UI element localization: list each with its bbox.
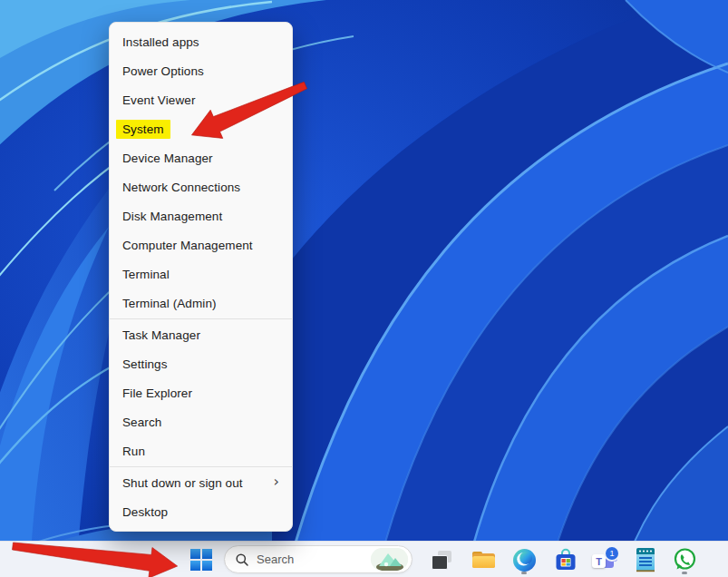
menu-item-installed-apps[interactable]: Installed apps [110, 27, 292, 56]
menu-item-label: Disk Management [122, 210, 222, 223]
task-view-button[interactable] [425, 544, 458, 575]
start-button[interactable] [185, 544, 218, 575]
edge-button[interactable] [508, 544, 540, 575]
edge-icon [512, 548, 537, 572]
menu-item-disk-management[interactable]: Disk Management [110, 201, 292, 230]
menu-separator [110, 318, 292, 319]
file-explorer-icon [471, 550, 496, 570]
menu-item-desktop[interactable]: Desktop [110, 497, 292, 526]
menu-item-file-explorer[interactable]: File Explorer [110, 378, 292, 407]
menu-item-label: Search [122, 416, 161, 429]
menu-item-label: Run [122, 445, 145, 458]
microsoft-store-icon [554, 548, 578, 572]
menu-item-network-connections[interactable]: Network Connections [110, 172, 292, 201]
search-placeholder: Search [257, 553, 294, 566]
menu-item-run[interactable]: Run [110, 436, 292, 465]
whatsapp-icon [672, 547, 697, 572]
menu-item-search[interactable]: Search [110, 407, 292, 436]
file-explorer-button[interactable] [467, 544, 500, 575]
menu-item-label: Network Connections [122, 181, 240, 194]
menu-item-computer-management[interactable]: Computer Management [110, 230, 292, 259]
menu-item-event-viewer[interactable]: Event Viewer [110, 85, 292, 114]
menu-item-shut-down-or-sign-out[interactable]: Shut down or sign out › [110, 468, 292, 497]
winx-menu: Installed apps Power Options Event Viewe… [109, 22, 293, 532]
menu-item-label: File Explorer [122, 386, 192, 400]
microsoft-store-button[interactable] [549, 544, 582, 575]
search-icon [235, 553, 249, 567]
notepad-button[interactable] [629, 544, 662, 575]
menu-item-power-options[interactable]: Power Options [110, 56, 292, 85]
menu-item-label: Event Viewer [122, 93, 196, 107]
menu-item-system[interactable]: System [110, 114, 292, 143]
whatsapp-button[interactable] [668, 544, 701, 575]
teams-icon: T 1 [591, 547, 620, 572]
menu-item-terminal-admin[interactable]: Terminal (Admin) [110, 288, 292, 318]
taskbar: Search [0, 541, 728, 577]
windows-desktop: Installed apps Power Options Event Viewe… [0, 0, 728, 577]
menu-item-label: Installed apps [122, 35, 199, 49]
menu-item-task-manager[interactable]: Task Manager [110, 320, 292, 349]
menu-item-label: Computer Management [122, 239, 253, 252]
menu-item-label: Terminal [122, 268, 170, 281]
chevron-right-icon: › [274, 474, 279, 489]
windows-logo-icon [190, 549, 212, 571]
task-view-icon [430, 549, 453, 571]
menu-item-label: Desktop [122, 505, 168, 519]
menu-item-label: Power Options [122, 64, 204, 78]
taskbar-search-box[interactable]: Search [224, 545, 413, 573]
bing-daily-image-icon [371, 548, 408, 571]
menu-item-device-manager[interactable]: Device Manager [110, 143, 292, 172]
menu-item-label: Shut down or sign out [122, 476, 243, 490]
menu-item-label: Settings [122, 357, 168, 371]
menu-item-label: Terminal (Admin) [122, 297, 217, 310]
teams-button[interactable]: T 1 [589, 544, 622, 575]
menu-item-label: Task Manager [122, 328, 200, 342]
running-indicator [521, 572, 527, 574]
menu-item-terminal[interactable]: Terminal [110, 259, 292, 288]
menu-item-label: Device Manager [122, 152, 213, 165]
teams-notification-badge: 1 [604, 545, 620, 562]
menu-item-settings[interactable]: Settings [110, 349, 292, 378]
running-indicator [682, 572, 687, 574]
menu-separator [110, 466, 292, 467]
notepad-icon [635, 547, 656, 573]
menu-item-label-highlighted: System [116, 120, 170, 139]
